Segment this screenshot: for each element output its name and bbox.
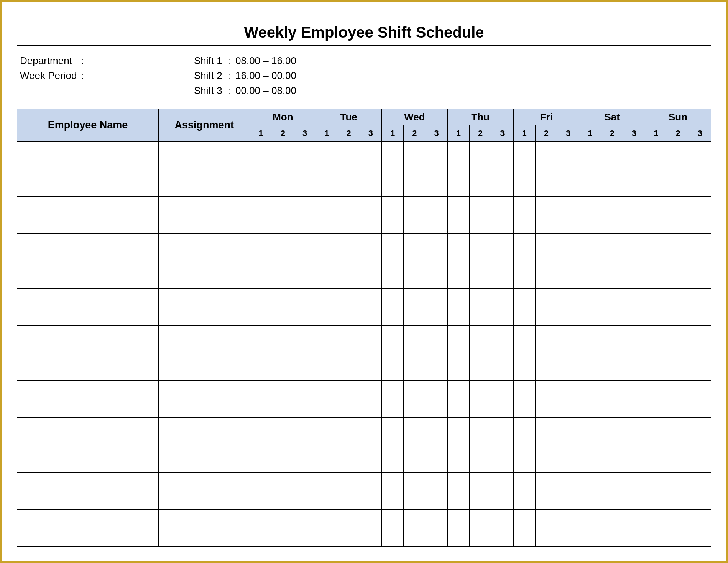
shift-cell[interactable] (535, 491, 557, 510)
shift-cell[interactable] (667, 160, 689, 178)
shift-cell[interactable] (404, 454, 426, 473)
shift-cell[interactable] (250, 436, 272, 454)
shift-cell[interactable] (382, 436, 404, 454)
shift-cell[interactable] (557, 252, 579, 270)
shift-cell[interactable] (338, 491, 360, 510)
shift-cell[interactable] (294, 160, 316, 178)
shift-cell[interactable] (447, 362, 469, 381)
assignment-cell[interactable] (158, 344, 250, 362)
employee-name-cell[interactable] (17, 197, 159, 215)
shift-cell[interactable] (601, 178, 623, 197)
shift-cell[interactable] (601, 418, 623, 436)
shift-cell[interactable] (404, 436, 426, 454)
shift-cell[interactable] (470, 178, 491, 197)
shift-cell[interactable] (535, 160, 557, 178)
shift-cell[interactable] (667, 344, 689, 362)
shift-cell[interactable] (579, 197, 601, 215)
shift-cell[interactable] (382, 381, 404, 399)
shift-cell[interactable] (382, 215, 404, 234)
shift-cell[interactable] (294, 381, 316, 399)
shift-cell[interactable] (316, 326, 338, 344)
shift-cell[interactable] (491, 436, 513, 454)
shift-cell[interactable] (426, 418, 447, 436)
shift-cell[interactable] (601, 234, 623, 252)
shift-cell[interactable] (601, 270, 623, 289)
shift-cell[interactable] (294, 344, 316, 362)
shift-cell[interactable] (294, 418, 316, 436)
shift-cell[interactable] (272, 178, 294, 197)
shift-cell[interactable] (294, 362, 316, 381)
shift-cell[interactable] (360, 270, 381, 289)
shift-cell[interactable] (294, 528, 316, 547)
shift-cell[interactable] (579, 307, 601, 326)
shift-cell[interactable] (667, 326, 689, 344)
shift-cell[interactable] (294, 510, 316, 528)
assignment-cell[interactable] (158, 418, 250, 436)
shift-cell[interactable] (535, 344, 557, 362)
shift-cell[interactable] (689, 270, 711, 289)
shift-cell[interactable] (579, 289, 601, 307)
shift-cell[interactable] (404, 381, 426, 399)
shift-cell[interactable] (294, 454, 316, 473)
shift-cell[interactable] (447, 473, 469, 491)
shift-cell[interactable] (601, 491, 623, 510)
shift-cell[interactable] (645, 344, 667, 362)
shift-cell[interactable] (250, 142, 272, 160)
employee-name-cell[interactable] (17, 418, 159, 436)
shift-cell[interactable] (579, 160, 601, 178)
shift-cell[interactable] (535, 178, 557, 197)
shift-cell[interactable] (535, 510, 557, 528)
employee-name-cell[interactable] (17, 215, 159, 234)
assignment-cell[interactable] (158, 362, 250, 381)
shift-cell[interactable] (360, 234, 381, 252)
shift-cell[interactable] (426, 252, 447, 270)
shift-cell[interactable] (667, 454, 689, 473)
shift-cell[interactable] (667, 491, 689, 510)
shift-cell[interactable] (294, 197, 316, 215)
shift-cell[interactable] (382, 473, 404, 491)
shift-cell[interactable] (470, 399, 491, 418)
shift-cell[interactable] (557, 436, 579, 454)
shift-cell[interactable] (404, 160, 426, 178)
assignment-cell[interactable] (158, 381, 250, 399)
shift-cell[interactable] (645, 362, 667, 381)
shift-cell[interactable] (316, 289, 338, 307)
shift-cell[interactable] (447, 399, 469, 418)
shift-cell[interactable] (426, 528, 447, 547)
shift-cell[interactable] (623, 528, 645, 547)
shift-cell[interactable] (491, 528, 513, 547)
employee-name-cell[interactable] (17, 289, 159, 307)
shift-cell[interactable] (426, 381, 447, 399)
shift-cell[interactable] (491, 344, 513, 362)
shift-cell[interactable] (316, 234, 338, 252)
shift-cell[interactable] (557, 473, 579, 491)
shift-cell[interactable] (294, 307, 316, 326)
shift-cell[interactable] (447, 178, 469, 197)
shift-cell[interactable] (535, 418, 557, 436)
shift-cell[interactable] (382, 252, 404, 270)
shift-cell[interactable] (579, 326, 601, 344)
shift-cell[interactable] (382, 197, 404, 215)
shift-cell[interactable] (667, 510, 689, 528)
shift-cell[interactable] (645, 510, 667, 528)
shift-cell[interactable] (689, 178, 711, 197)
shift-cell[interactable] (470, 418, 491, 436)
shift-cell[interactable] (250, 252, 272, 270)
shift-cell[interactable] (250, 418, 272, 436)
shift-cell[interactable] (491, 454, 513, 473)
shift-cell[interactable] (579, 234, 601, 252)
shift-cell[interactable] (316, 436, 338, 454)
shift-cell[interactable] (689, 381, 711, 399)
employee-name-cell[interactable] (17, 234, 159, 252)
shift-cell[interactable] (360, 381, 381, 399)
shift-cell[interactable] (426, 234, 447, 252)
shift-cell[interactable] (513, 270, 535, 289)
shift-cell[interactable] (689, 307, 711, 326)
shift-cell[interactable] (557, 491, 579, 510)
shift-cell[interactable] (470, 289, 491, 307)
shift-cell[interactable] (645, 399, 667, 418)
shift-cell[interactable] (623, 252, 645, 270)
shift-cell[interactable] (491, 289, 513, 307)
shift-cell[interactable] (250, 510, 272, 528)
shift-cell[interactable] (316, 362, 338, 381)
